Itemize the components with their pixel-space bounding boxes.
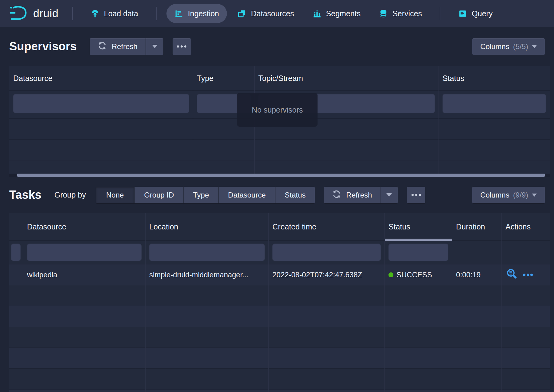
druid-logo-icon [9, 5, 29, 22]
column-header-status[interactable]: Status [384, 213, 452, 240]
datasources-icon [237, 9, 246, 18]
tasks-table: Datasource Location Created time Status … [9, 213, 550, 392]
group-by-type-button[interactable]: Type [184, 187, 219, 203]
filter-input-datasource[interactable] [13, 94, 189, 113]
columns-button[interactable]: Columns (5/5) [472, 38, 545, 55]
filter-input-created-time[interactable] [272, 244, 381, 261]
cell-duration: 0:00:19 [452, 264, 501, 285]
services-icon [379, 9, 388, 18]
nav-item-label: Query [472, 9, 493, 18]
columns-count: (9/9) [513, 191, 528, 199]
columns-label: Columns [480, 191, 509, 199]
nav-item-ingestion[interactable]: Ingestion [166, 4, 227, 23]
column-header-topic-stream[interactable]: Topic/Stream [254, 66, 439, 90]
tasks-section-bar: Tasks Group by None Group ID Type Dataso… [0, 177, 554, 213]
nav-item-services[interactable]: Services [371, 4, 430, 23]
chevron-down-icon [152, 45, 158, 48]
druid-logo[interactable]: druid [9, 5, 59, 22]
filter-input-status[interactable] [443, 94, 546, 113]
query-icon [458, 9, 467, 18]
column-divider [268, 213, 269, 392]
refresh-label: Refresh [112, 42, 138, 51]
cell-created-time: 2022-08-02T07:42:47.638Z [268, 264, 384, 285]
top-nav: druid Load data Ingestion [0, 0, 554, 27]
column-divider [501, 213, 502, 392]
refresh-split-button: Refresh [90, 38, 163, 55]
column-divider [439, 66, 439, 174]
group-by-status-button[interactable]: Status [275, 187, 315, 203]
sort-indicator [384, 239, 452, 241]
column-header-created-time[interactable]: Created time [268, 213, 384, 240]
status-label: SUCCESS [396, 271, 432, 279]
empty-row [9, 327, 550, 348]
group-by-group-id-button[interactable]: Group ID [135, 187, 184, 203]
task-details-icon[interactable] [506, 268, 517, 281]
nav-item-label: Services [392, 9, 422, 18]
empty-state: No supervisors [237, 93, 318, 127]
tasks-refresh-dropdown-button[interactable] [380, 187, 398, 203]
supervisors-header-row: Datasource Type Topic/Stream Status [9, 66, 550, 91]
chevron-down-icon [532, 45, 537, 48]
table-row[interactable]: wikipedia simple-druid-middlemanager... … [9, 264, 550, 285]
upload-icon [91, 9, 99, 18]
group-by-none-button[interactable]: None [96, 187, 135, 203]
empty-row [9, 285, 550, 306]
cell-actions [501, 264, 550, 285]
more-button[interactable] [173, 38, 191, 55]
horizontal-scrollbar[interactable] [17, 174, 545, 177]
chevron-down-icon [532, 194, 537, 197]
group-by-button-group: None Group ID Type Datasource Status [96, 187, 315, 203]
filter-input-partial[interactable] [11, 244, 21, 261]
empty-row [9, 348, 550, 369]
tasks-header-row: Datasource Location Created time Status … [9, 213, 550, 241]
segments-icon [313, 9, 322, 18]
row-more-actions-icon[interactable] [523, 274, 533, 276]
refresh-label: Refresh [346, 191, 372, 199]
filter-input-location[interactable] [149, 244, 265, 261]
filter-input-datasource[interactable] [27, 244, 142, 261]
column-header-actions[interactable]: Actions [501, 213, 550, 240]
tasks-refresh-button[interactable]: Refresh [324, 187, 380, 203]
refresh-split-button: Refresh [324, 187, 398, 203]
group-by-datasource-button[interactable]: Datasource [219, 187, 276, 203]
chevron-down-icon [386, 193, 392, 197]
tasks-columns-button[interactable]: Columns (9/9) [472, 187, 545, 203]
empty-row [9, 160, 550, 174]
refresh-icon [332, 190, 341, 201]
column-header-datasource[interactable]: Datasource [9, 66, 193, 90]
nav-divider [440, 7, 440, 20]
empty-row [9, 306, 550, 327]
empty-row [9, 390, 550, 392]
nav-divider [156, 7, 157, 20]
refresh-button[interactable]: Refresh [90, 38, 146, 55]
cell-datasource: wikipedia [23, 264, 145, 285]
column-divider [452, 213, 452, 392]
nav-item-load-data[interactable]: Load data [83, 4, 146, 23]
filter-input-status[interactable] [388, 244, 448, 261]
tasks-more-button[interactable] [407, 187, 425, 203]
nav-item-segments[interactable]: Segments [305, 4, 369, 23]
column-header-status[interactable]: Status [439, 66, 550, 90]
column-divider [193, 66, 193, 174]
nav-item-label: Datasources [251, 9, 294, 18]
column-header-spacer [9, 213, 23, 240]
refresh-dropdown-button[interactable] [146, 38, 163, 55]
column-header-type[interactable]: Type [193, 66, 254, 90]
column-divider [145, 213, 146, 392]
column-header-datasource[interactable]: Datasource [23, 213, 145, 240]
status-dot [388, 272, 393, 277]
ingestion-icon [174, 9, 183, 18]
nav-item-query[interactable]: Query [450, 4, 501, 23]
column-header-location[interactable]: Location [145, 213, 268, 240]
more-icon [412, 194, 414, 196]
brand-name: druid [33, 7, 59, 20]
nav-item-datasources[interactable]: Datasources [229, 4, 302, 23]
horizontal-scrollbar-track[interactable] [9, 174, 550, 177]
supervisors-empty-rows [9, 119, 550, 174]
more-icon [177, 45, 179, 48]
supervisors-section-bar: Supervisors Refresh Columns [0, 27, 554, 66]
empty-row [9, 369, 550, 390]
nav-item-label: Segments [326, 9, 361, 18]
column-header-duration[interactable]: Duration [452, 213, 501, 240]
cell-location: simple-druid-middlemanager... [145, 264, 268, 285]
